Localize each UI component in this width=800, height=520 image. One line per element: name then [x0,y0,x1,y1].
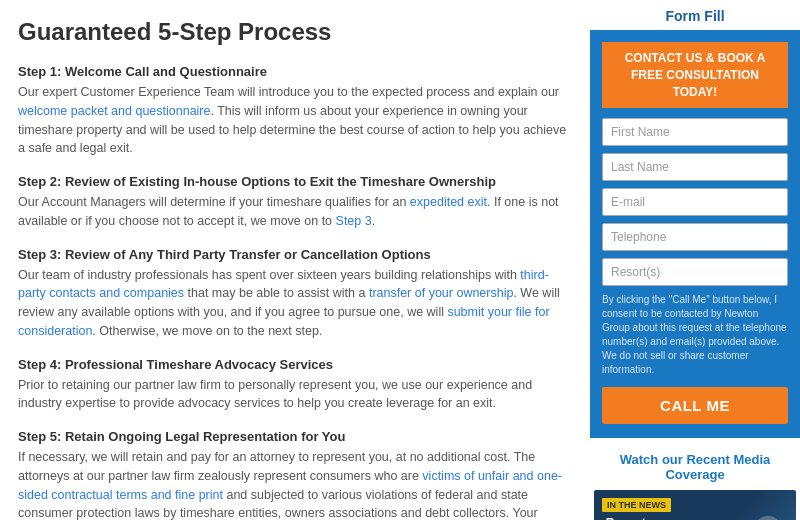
news-text: Recent Network [602,516,649,520]
email-input[interactable] [602,188,788,216]
step-body-3: Our team of industry professionals has s… [18,266,570,341]
last-name-input[interactable] [602,153,788,181]
step-title-3: Step 3: Review of Any Third Party Transf… [18,247,570,262]
step-2: Step 2: Review of Existing In-house Opti… [18,174,570,231]
step-body-1: Our expert Customer Experience Team will… [18,83,570,158]
consent-text: By clicking the "Call Me" button below, … [602,293,788,377]
step-title-2: Step 2: Review of Existing In-house Opti… [18,174,570,189]
step-3: Step 3: Review of Any Third Party Transf… [18,247,570,341]
media-thumbnail[interactable]: IN THE NEWS Recent Network ▶ [594,490,796,520]
step-body-2: Our Account Managers will determine if y… [18,193,570,231]
main-content: Guaranteed 5-Step Process Step 1: Welcom… [0,0,590,520]
step-body-5: If necessary, we will retain and pay for… [18,448,570,520]
step-4: Step 4: Professional Timeshare Advocacy … [18,357,570,414]
telephone-input[interactable] [602,223,788,251]
first-name-input[interactable] [602,118,788,146]
resort-input[interactable] [602,258,788,286]
sidebar: Form Fill CONTACT US & BOOK A FREE CONSU… [590,0,800,520]
form-fill-header: Form Fill [590,0,800,30]
form-box: CONTACT US & BOOK A FREE CONSULTATION TO… [590,30,800,438]
form-cta: CONTACT US & BOOK A FREE CONSULTATION TO… [602,42,788,108]
step-body-4: Prior to retaining our partner law firm … [18,376,570,414]
step-1: Step 1: Welcome Call and QuestionnaireOu… [18,64,570,158]
step-5: Step 5: Retain Ongoing Legal Representat… [18,429,570,520]
media-coverage: Watch our Recent Media Coverage IN THE N… [590,452,800,520]
step-title-5: Step 5: Retain Ongoing Legal Representat… [18,429,570,444]
news-badge: IN THE NEWS [602,498,671,512]
call-me-button[interactable]: CALL ME [602,387,788,424]
steps-container: Step 1: Welcome Call and QuestionnaireOu… [18,64,570,520]
step-title-4: Step 4: Professional Timeshare Advocacy … [18,357,570,372]
step-title-1: Step 1: Welcome Call and Questionnaire [18,64,570,79]
play-icon[interactable]: ▶ [754,516,782,520]
page-title: Guaranteed 5-Step Process [18,18,570,46]
media-coverage-title: Watch our Recent Media Coverage [594,452,796,482]
